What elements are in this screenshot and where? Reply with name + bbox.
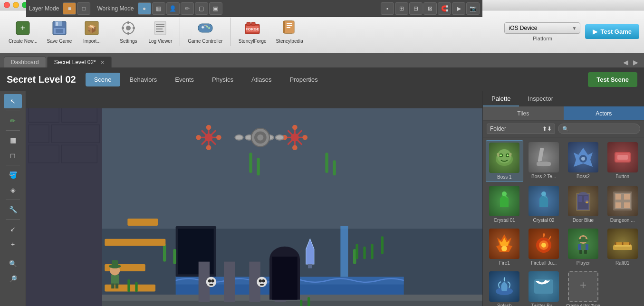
svg-rect-18 [156, 29, 163, 29]
wm-btn-box1[interactable]: ▢ [195, 2, 208, 15]
actor-item-door-blue[interactable]: Door Blue [565, 184, 602, 225]
svg-text:FORGE: FORGE [246, 27, 260, 31]
scene-tab-events[interactable]: Events [166, 73, 202, 86]
svg-rect-41 [102, 108, 482, 229]
scene-tab-atlases[interactable]: Atlases [243, 73, 280, 86]
tool-shape[interactable]: ◻ [4, 148, 22, 163]
tab-secret-level[interactable]: Secret Level 02* ✕ [47, 57, 112, 67]
canvas-area[interactable] [26, 108, 482, 306]
svg-rect-110 [112, 260, 118, 268]
game-controller-button[interactable]: Game Controller [184, 18, 226, 46]
scene-tab-properties-label: Properties [290, 76, 318, 83]
tab-next-icon[interactable]: ▶ [631, 58, 640, 66]
tool-arrow-down[interactable]: ↙ [4, 222, 22, 236]
actor-item-splash[interactable]: Splash [486, 269, 523, 306]
svg-rect-170 [578, 244, 581, 250]
layer-btn-outline[interactable]: □ [77, 2, 90, 15]
platform-select[interactable]: iOS Device Android Flash Windows Mac Lin… [504, 22, 580, 34]
tab-dashboard[interactable]: Dashboard [4, 57, 46, 67]
svg-rect-37 [287, 25, 292, 26]
settings-button[interactable]: Settings [114, 18, 143, 46]
wm-btn-circle[interactable]: ● [138, 2, 151, 15]
sub-tab-actors[interactable]: Actors [564, 106, 644, 120]
search-input[interactable] [571, 125, 609, 132]
tool-bucket[interactable]: 🪣 [4, 168, 22, 182]
actor-thumb-fireball [529, 229, 559, 259]
create-new-label: Create New... [9, 38, 38, 44]
canvas-view-btn4[interactable]: ⊠ [423, 2, 437, 15]
actor-thumb-player [568, 229, 598, 259]
wm-btn-pencil[interactable]: ✏ [181, 2, 194, 15]
svg-rect-122 [371, 244, 373, 259]
wm-btn-box2[interactable]: ▣ [209, 2, 222, 15]
svg-rect-15 [154, 21, 166, 35]
svg-text:+: + [580, 278, 586, 291]
create-new-button[interactable]: + Create New... [5, 18, 41, 46]
panel-tab-palette[interactable]: Palette [483, 91, 519, 106]
tool-zoom-in[interactable]: 🔍 [4, 257, 22, 271]
minimize-button[interactable] [13, 2, 19, 8]
wm-btn-person[interactable]: 👤 [166, 2, 180, 15]
tool-pencil[interactable]: ✏ [4, 114, 22, 128]
tool-grid[interactable]: ▦ [4, 133, 22, 147]
scene-tab-behaviors[interactable]: Behaviors [121, 73, 166, 86]
actor-item-button[interactable]: Button [604, 140, 641, 182]
actor-thumb-boss1 [489, 143, 519, 173]
layer-btn-solid[interactable]: ■ [63, 2, 76, 15]
close-button[interactable] [4, 2, 10, 8]
svg-point-47 [216, 135, 221, 140]
actor-item-dungeon[interactable]: Dungeon ... [604, 184, 641, 225]
scene-tab-properties[interactable]: Properties [281, 73, 327, 86]
folder-select[interactable]: Folder ⬆⬇ [487, 124, 555, 134]
actor-item-crystal01[interactable]: Crystal 01 [486, 184, 523, 225]
scene-tab-physics[interactable]: Physics [203, 73, 242, 86]
tool-wand[interactable]: 🔧 [4, 202, 22, 217]
stencylforge-label: StencylForge [239, 38, 267, 44]
tab-close-icon[interactable]: ✕ [100, 59, 105, 65]
tool-plus[interactable]: + [4, 237, 22, 251]
actor-item-boss1[interactable]: Boss 1 [486, 140, 523, 182]
panel-tab-inspector[interactable]: Inspector [519, 91, 561, 106]
actor-item-twitter[interactable]: Twitter Bu... [525, 269, 563, 306]
actor-name-player: Player [577, 260, 590, 266]
scene-tabs: Scene Behaviors Events Physics Atlases P… [86, 73, 327, 86]
wm-btn-grid[interactable]: ▦ [152, 2, 165, 15]
actor-item-boss2[interactable]: Boss2 [565, 140, 602, 182]
lt-divider-2 [6, 130, 20, 131]
search-box[interactable]: 🔍 [558, 124, 640, 134]
actor-item-player[interactable]: Player [565, 227, 602, 268]
scene-tab-physics-label: Physics [212, 76, 233, 83]
game-controller-label: Game Controller [188, 38, 222, 44]
svg-marker-161 [499, 238, 509, 246]
actor-item-fireball[interactable]: Fireball Ju... [525, 227, 563, 268]
save-game-button[interactable]: Save Game [43, 18, 76, 46]
actor-name-boss1: Boss 1 [497, 174, 512, 180]
sub-tab-tiles[interactable]: Tiles [483, 106, 564, 120]
svg-rect-22 [202, 26, 203, 29]
actor-item-crystal02[interactable]: Crystal 02 [525, 184, 563, 225]
test-scene-button[interactable]: Test Scene [588, 72, 637, 87]
scene-tab-scene[interactable]: Scene [86, 73, 120, 86]
actor-item-boss2te[interactable]: Boss 2 Te... [525, 140, 563, 182]
stencylpedia-button[interactable]: Stencylpedia [272, 18, 307, 46]
canvas-view-btn2[interactable]: ⊞ [395, 2, 408, 15]
canvas-view-btn1[interactable]: ▪ [381, 2, 394, 15]
tool-eraser[interactable]: ◈ [4, 183, 22, 197]
svg-rect-72 [340, 226, 348, 277]
tab-dashboard-label: Dashboard [11, 59, 39, 66]
import-button[interactable]: 📦 Import... [77, 18, 106, 46]
canvas-cam-btn[interactable]: 📷 [466, 2, 480, 15]
tab-prev-icon[interactable]: ◀ [621, 58, 630, 66]
actor-item-create[interactable]: + Create Actor Type [565, 269, 602, 306]
stencylforge-button[interactable]: FORGE StencylForge [235, 18, 270, 46]
tool-select[interactable]: ↖ [4, 94, 22, 108]
actor-item-fire1[interactable]: Fire1 [486, 227, 523, 268]
canvas-view-btn3[interactable]: ⊟ [409, 2, 423, 15]
log-viewer-button[interactable]: Log Viewer [144, 18, 176, 46]
actor-item-raft01[interactable]: Raft01 [604, 227, 641, 268]
test-game-button[interactable]: ▶ Test Game [585, 24, 639, 39]
canvas-magnet-btn[interactable]: 🧲 [438, 2, 451, 15]
tool-zoom-out[interactable]: 🔎 [4, 272, 22, 286]
svg-rect-6 [56, 29, 63, 33]
canvas-play-btn[interactable]: ▶ [452, 2, 465, 15]
